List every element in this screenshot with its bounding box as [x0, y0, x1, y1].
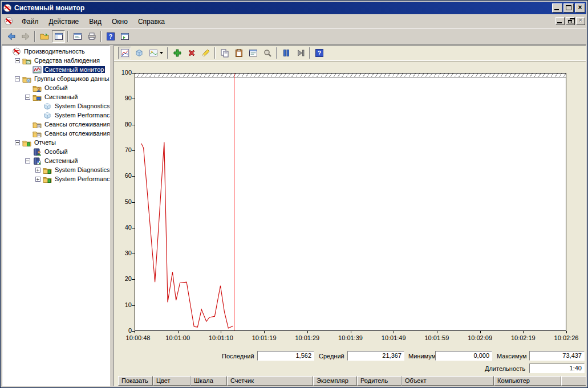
- maximize-button[interactable]: [563, 3, 574, 13]
- tree-item-label[interactable]: System Diagnostics: [54, 166, 110, 173]
- y-axis-tick-mark: [132, 228, 135, 228]
- y-axis-tick-mark: [132, 150, 135, 151]
- legend-column-empty[interactable]: [561, 376, 586, 386]
- properties-button[interactable]: [246, 47, 259, 59]
- tree-item-label[interactable]: Сеансы отслеживания с: [43, 130, 110, 137]
- tree-item-средства-наблюдения[interactable]: Средства наблюдения: [3, 56, 110, 65]
- chart-view-button[interactable]: [118, 47, 131, 59]
- update-data-button[interactable]: [294, 47, 307, 59]
- log-data-icon: [135, 48, 144, 58]
- freeze-display-button[interactable]: [279, 47, 293, 59]
- log-data-button[interactable]: [132, 47, 145, 59]
- y-axis-tick-label: 50: [115, 198, 132, 205]
- expand-icon[interactable]: [35, 177, 40, 182]
- y-axis-tick-mark: [132, 279, 135, 280]
- tree-item-label[interactable]: System Performance: [54, 175, 110, 182]
- tree-item-производительность[interactable]: Производительность: [3, 47, 110, 56]
- add-counter-button[interactable]: [171, 47, 184, 59]
- tree-item-системный[interactable]: Системный: [3, 92, 110, 101]
- system-monitor-window: Системный монитор × ФайлДействиеВидОкноС…: [0, 0, 588, 388]
- collapse-icon[interactable]: [25, 95, 30, 100]
- folder-binary-icon: 01: [33, 129, 42, 138]
- tree-item-label[interactable]: Системный: [43, 93, 79, 100]
- forward-button[interactable]: [19, 30, 32, 43]
- minimize-button[interactable]: [552, 3, 562, 13]
- collapse-icon[interactable]: [15, 76, 20, 81]
- toolbar-separator: [167, 47, 168, 59]
- action-pane-button[interactable]: [118, 30, 131, 43]
- back-button[interactable]: [5, 30, 18, 43]
- legend-column-показать[interactable]: Показать: [118, 376, 153, 386]
- tree-item-label[interactable]: System Diagnostics (Д: [54, 103, 110, 109]
- tree-item-группы-сборщиков-данных[interactable]: Группы сборщиков данных: [3, 74, 110, 83]
- stat-last-value: 1,562: [257, 351, 314, 361]
- perfmon-icon: [12, 47, 21, 56]
- child-minimize-button[interactable]: [555, 17, 565, 25]
- legend-column-экземпляр[interactable]: Экземпляр: [313, 376, 357, 386]
- menu-5[interactable]: Справка: [133, 16, 170, 27]
- tree-item-label[interactable]: Системный монитор: [43, 66, 105, 73]
- expand-icon[interactable]: [35, 168, 40, 173]
- dialog-button[interactable]: [71, 30, 84, 43]
- close-button[interactable]: ×: [575, 3, 585, 13]
- menu-2[interactable]: Действие: [44, 16, 84, 27]
- tree-item-system-performance[interactable]: System Performance: [3, 174, 110, 183]
- child-restore-button[interactable]: [566, 17, 575, 25]
- legend-column-объект[interactable]: Объект: [402, 376, 494, 386]
- export-list-button[interactable]: [38, 30, 51, 43]
- legend-column-цвет[interactable]: Цвет: [153, 376, 190, 386]
- tree-item-системный-монитор[interactable]: Системный монитор: [3, 65, 110, 74]
- tree-item-особый[interactable]: Особый: [3, 147, 110, 156]
- tree-item-label[interactable]: Системный: [43, 157, 79, 164]
- copy-properties-button[interactable]: [218, 47, 231, 59]
- tree-item-system-diagnostics[interactable]: System Diagnostics: [3, 165, 110, 174]
- print-button[interactable]: [85, 30, 98, 43]
- chart-type-button[interactable]: [147, 47, 165, 59]
- console-tree-button[interactable]: [52, 30, 65, 43]
- tree-item-системный[interactable]: Системный: [3, 156, 110, 165]
- tree-item-label[interactable]: Особый: [43, 148, 69, 155]
- child-close-button: ×: [576, 17, 585, 25]
- menu-3[interactable]: Вид: [84, 16, 107, 27]
- cube-icon: [43, 111, 52, 120]
- tree-item-label[interactable]: Производительность: [23, 48, 86, 55]
- collapse-icon[interactable]: [15, 58, 20, 63]
- x-axis-tick-mark: [221, 331, 221, 333]
- pm-help-button[interactable]: ?: [313, 47, 326, 59]
- tree-item-label[interactable]: Средства наблюдения: [33, 57, 101, 64]
- legend-column-шкала[interactable]: Шкала: [190, 376, 227, 386]
- tree-item-label[interactable]: Отчеты: [33, 139, 57, 146]
- tree-item-label[interactable]: Группы сборщиков данных: [33, 75, 110, 82]
- tree-item-сеансы-отслеживания-с[interactable]: 01Сеансы отслеживания с: [3, 129, 110, 138]
- highlight-button[interactable]: [199, 47, 212, 59]
- y-axis-tick-mark: [132, 305, 135, 306]
- tree-item-отчеты[interactable]: Отчеты: [3, 138, 110, 147]
- folder-chart-icon: [22, 56, 31, 65]
- y-axis-tick-mark: [132, 125, 135, 125]
- tree-item-system-diagnostics-д[interactable]: System Diagnostics (Д: [3, 101, 110, 111]
- tree-item-label[interactable]: System Performance (: [54, 112, 110, 119]
- y-axis-tick-label: 70: [115, 146, 132, 153]
- stat-minimum-value: 0,000: [435, 351, 492, 361]
- collapse-icon[interactable]: [15, 140, 20, 145]
- folder-report-icon: [22, 138, 31, 147]
- legend-column-родитель[interactable]: Родитель: [357, 376, 402, 386]
- tree-item-label[interactable]: Сеансы отслеживания с: [43, 121, 110, 128]
- tree-item-label[interactable]: Особый: [43, 84, 69, 91]
- tree-item-system-performance-[interactable]: System Performance (: [3, 111, 110, 120]
- menu-4[interactable]: Окно: [107, 16, 133, 27]
- paste-counter-button[interactable]: [232, 47, 245, 59]
- legend-column-компьютер[interactable]: Компьютер: [494, 376, 561, 386]
- collapse-icon[interactable]: [25, 158, 30, 164]
- stat-maximum-label: Максимум: [497, 353, 527, 360]
- legend-column-счетчик[interactable]: Счетчик: [227, 376, 313, 386]
- tree-item-особый[interactable]: Особый: [3, 83, 110, 92]
- tree-item-сеансы-отслеживания-с[interactable]: 01Сеансы отслеживания с: [3, 120, 110, 129]
- chevron-down-icon[interactable]: [160, 52, 163, 54]
- stat-minimum-label: Минимум: [408, 353, 436, 360]
- delete-counter-button[interactable]: [185, 47, 198, 59]
- menu-1[interactable]: Файл: [17, 16, 44, 27]
- help-button[interactable]: ?: [104, 30, 117, 43]
- y-axis-tick-mark: [132, 176, 135, 177]
- zoom-button[interactable]: [261, 47, 274, 59]
